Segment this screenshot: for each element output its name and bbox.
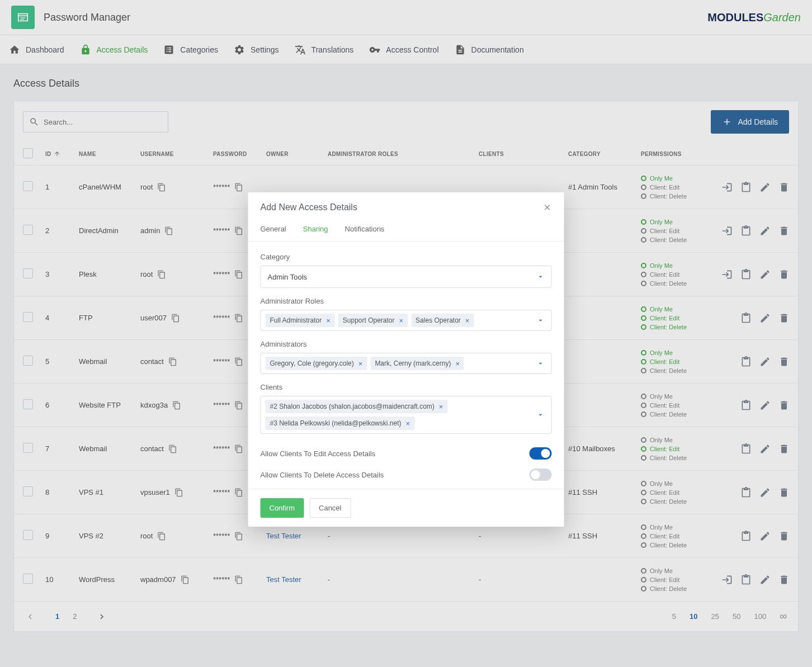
chevron-down-icon [537,316,545,324]
clients-select[interactable]: #2 Shalon Jacobos (shalon.jacobos@maiden… [261,396,552,434]
cancel-button[interactable]: Cancel [309,498,351,518]
tab-general[interactable]: General [261,220,286,241]
chip: Support Operator× [338,314,408,327]
chip-remove[interactable]: × [455,360,460,367]
confirm-button[interactable]: Confirm [261,498,304,518]
tab-notifications[interactable]: Notifications [345,220,385,241]
chip-remove[interactable]: × [439,403,443,410]
chip: Sales Operator× [411,314,474,327]
administrators-select[interactable]: Gregory, Cole (gregory.cole)×Mark, Cerny… [261,353,552,374]
chip: Full Administrator× [266,314,335,327]
category-label: Category [261,253,552,261]
allow-delete-toggle[interactable] [530,469,552,481]
administrators-label: Administrators [261,340,552,348]
clients-label: Clients [261,383,552,391]
chevron-down-icon [537,359,545,367]
chip: Gregory, Cole (gregory.cole)× [266,357,367,370]
chip-remove[interactable]: × [326,317,331,324]
close-icon[interactable] [543,203,552,212]
chip-remove[interactable]: × [465,317,470,324]
category-select[interactable]: Admin Tools [261,266,552,288]
chip-remove[interactable]: × [358,360,363,367]
modal-title: Add New Access Details [261,202,357,212]
chip-remove[interactable]: × [405,420,410,427]
allow-delete-label: Allow Clients To Delete Access Details [261,471,384,479]
chip: Mark, Cerny (mark.cerny)× [370,357,464,370]
add-access-details-modal: Add New Access Details General Sharing N… [248,192,564,527]
tab-sharing[interactable]: Sharing [303,220,328,241]
allow-edit-toggle[interactable] [530,447,552,460]
admin-roles-select[interactable]: Full Administrator×Support Operator×Sale… [261,310,552,331]
chip-remove[interactable]: × [399,317,404,324]
allow-edit-label: Allow Clients To Edit Access Details [261,450,376,458]
chip: #3 Nelida Pelkowski (nelida@pelkowski.ne… [266,417,415,430]
chevron-down-icon [537,411,545,419]
chip: #2 Shalon Jacobos (shalon.jacobos@maiden… [266,400,448,413]
admin-roles-label: Administrator Roles [261,297,552,305]
chevron-down-icon [537,273,545,281]
